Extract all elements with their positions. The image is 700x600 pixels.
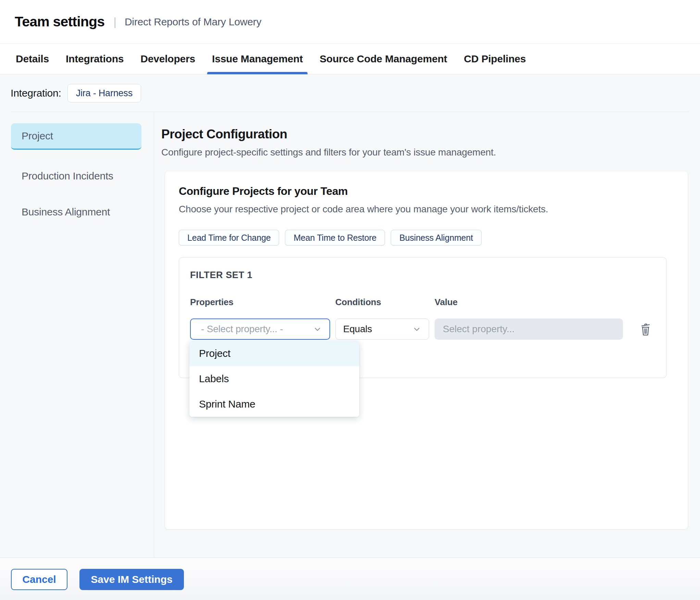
- settings-sidebar: Project Production Incidents Business Al…: [0, 112, 154, 558]
- settings-tabbar: Details Integrations Developers Issue Ma…: [0, 44, 700, 74]
- metric-chips-row: Lead Time for Change Mean Time to Restor…: [179, 230, 674, 246]
- chip-mean-time-to-restore[interactable]: Mean Time to Restore: [285, 230, 385, 246]
- filter-column-headers: Properties Conditions Value: [190, 297, 655, 308]
- tab-integrations[interactable]: Integrations: [66, 44, 124, 74]
- dropdown-option-project[interactable]: Project: [189, 341, 359, 366]
- property-dropdown-menu: Project Labels Sprint Name: [189, 341, 359, 417]
- page-header: Team settings | Direct Reports of Mary L…: [0, 0, 700, 44]
- content-area: Project Production Incidents Business Al…: [0, 112, 700, 558]
- active-tab-underline: [207, 72, 308, 74]
- dropdown-option-labels[interactable]: Labels: [189, 366, 359, 391]
- tab-developers[interactable]: Developers: [140, 44, 195, 74]
- chevron-down-icon: [412, 325, 421, 334]
- filter-controls-row: - Select property... - Equals: [190, 318, 655, 340]
- title-separator: |: [113, 15, 116, 28]
- condition-select[interactable]: Equals: [335, 318, 429, 340]
- main-panel: Project Configuration Configure project-…: [154, 112, 700, 558]
- properties-column-label: Properties: [190, 297, 335, 308]
- section-title: Project Configuration: [161, 127, 688, 141]
- filter-set-title: FILTER SET 1: [190, 270, 655, 280]
- chevron-down-icon: [313, 325, 322, 334]
- card-title: Configure Projects for your Team: [179, 185, 674, 198]
- value-input[interactable]: [435, 318, 623, 340]
- chip-business-alignment[interactable]: Business Alignment: [391, 230, 482, 246]
- card-description: Choose your respective project or code a…: [179, 204, 674, 215]
- configure-projects-card: Configure Projects for your Team Choose …: [165, 171, 688, 529]
- tab-details[interactable]: Details: [16, 44, 49, 74]
- section-description: Configure project-specific settings and …: [161, 147, 688, 158]
- delete-filter-button[interactable]: [638, 321, 653, 337]
- cancel-button[interactable]: Cancel: [11, 569, 67, 590]
- team-name-subtitle: Direct Reports of Mary Lowery: [125, 16, 261, 28]
- page-title: Team settings: [15, 14, 104, 30]
- dropdown-option-sprint-name[interactable]: Sprint Name: [189, 391, 359, 417]
- tab-cd-pipelines[interactable]: CD Pipelines: [464, 44, 526, 74]
- save-im-settings-button[interactable]: Save IM Settings: [79, 569, 184, 590]
- filter-set-1: FILTER SET 1 Properties Conditions Value…: [179, 257, 666, 378]
- conditions-column-label: Conditions: [335, 297, 435, 308]
- integration-label: Integration:: [11, 87, 61, 99]
- trash-icon: [639, 322, 652, 336]
- sidebar-item-project[interactable]: Project: [11, 123, 141, 150]
- property-select-placeholder: - Select property... -: [201, 324, 283, 335]
- chip-lead-time-for-change[interactable]: Lead Time for Change: [179, 230, 279, 246]
- value-column-label: Value: [435, 297, 637, 308]
- sidebar-item-business-alignment[interactable]: Business Alignment: [11, 199, 141, 225]
- integration-chip-jira-harness[interactable]: Jira - Harness: [67, 84, 141, 102]
- property-select[interactable]: - Select property... -: [190, 318, 330, 340]
- integration-row: Integration: Jira - Harness: [0, 74, 700, 112]
- condition-select-value: Equals: [343, 324, 372, 335]
- footer-bar: Cancel Save IM Settings: [0, 558, 700, 600]
- sidebar-item-production-incidents[interactable]: Production Incidents: [11, 163, 141, 189]
- tab-source-code-management[interactable]: Source Code Management: [320, 44, 447, 74]
- tab-issue-management[interactable]: Issue Management: [212, 44, 303, 74]
